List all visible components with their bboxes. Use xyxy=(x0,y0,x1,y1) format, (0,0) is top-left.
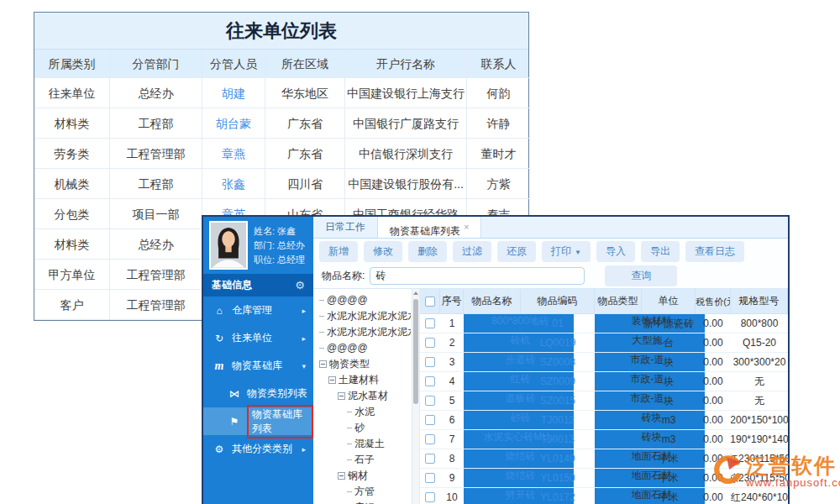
checkbox-icon[interactable] xyxy=(425,376,435,386)
item-code-link[interactable]: YL0172 xyxy=(521,488,595,504)
item-code-link[interactable]: TJ0012 xyxy=(521,411,595,430)
tree-item-label: 砂 xyxy=(354,420,365,436)
serial-cell: 1 xyxy=(440,314,464,333)
row-checkbox[interactable] xyxy=(420,372,440,391)
price-cell: 0.00 xyxy=(696,372,731,391)
collapse-icon[interactable] xyxy=(338,392,345,400)
tree-item-泥水基材[interactable]: 泥水基材 xyxy=(319,388,411,404)
tree-item-方管[interactable]: 方管 xyxy=(319,484,411,500)
tree-item-物资类型[interactable]: 物资类型 xyxy=(319,356,411,372)
tree-scrollbar[interactable] xyxy=(412,289,419,504)
tree-item-label: 水泥水泥水泥水泥水泥水泥水泥 xyxy=(327,324,411,340)
scrollbar-thumb[interactable] xyxy=(413,299,418,404)
tree-item-水泥水泥水泥水泥水泥水泥水泥[interactable]: 水泥水泥水泥水泥水泥水泥水泥 xyxy=(319,308,411,324)
checkbox-icon[interactable] xyxy=(425,454,435,464)
row-checkbox[interactable] xyxy=(420,333,440,353)
scroll-up-icon[interactable] xyxy=(413,291,418,295)
tree-item-钢材[interactable]: 钢材 xyxy=(319,468,411,484)
sidebar-item-其他分类类别[interactable]: ⚙其他分类类别▸ xyxy=(203,435,313,463)
tree-item-土建材料[interactable]: 土建材料 xyxy=(319,372,411,388)
查看日志-button[interactable]: 查看日志 xyxy=(685,241,744,262)
tree-item-扁钢[interactable]: 扁钢 xyxy=(319,500,411,504)
sidebar-section-basic-info[interactable]: 基础信息 ⚙ xyxy=(203,274,313,297)
row-checkbox[interactable] xyxy=(420,353,440,372)
chevron-down-icon: ▾ xyxy=(302,362,306,370)
tree-item-@@@@[interactable]: @@@@ xyxy=(319,340,411,356)
row-checkbox[interactable] xyxy=(420,449,440,469)
close-icon[interactable]: × xyxy=(464,222,469,232)
tree-item-水泥水泥水泥水泥水泥水泥水泥[interactable]: 水泥水泥水泥水泥水泥水泥水泥 xyxy=(319,324,411,340)
checkbox-icon[interactable] xyxy=(425,415,435,425)
spec-cell: 200*150*100 xyxy=(731,411,788,430)
header-checkbox[interactable] xyxy=(420,289,440,314)
person-link[interactable]: 胡台蒙 xyxy=(202,108,265,139)
serial-cell: 5 xyxy=(440,391,464,411)
还原-button[interactable]: 还原 xyxy=(497,241,536,262)
item-code-link[interactable]: YL0149 xyxy=(521,449,595,469)
user-title: 职位: 总经理 xyxy=(254,253,305,267)
tree-item-混凝土[interactable]: 混凝土 xyxy=(319,436,411,452)
sidebar-item-物资类别列表[interactable]: ⋈物资类别列表 xyxy=(203,380,313,407)
sidebar-item-物资基础库列表[interactable]: ⚑物资基础库列表 xyxy=(203,407,313,435)
row-checkbox[interactable] xyxy=(420,314,440,333)
checkbox-icon[interactable] xyxy=(425,396,435,406)
gear-icon[interactable]: ⚙ xyxy=(295,279,305,291)
过滤-button[interactable]: 过滤 xyxy=(453,241,491,262)
column-header: 单位 xyxy=(642,289,696,314)
table-cell: 机械类 xyxy=(34,169,110,199)
row-checkbox[interactable] xyxy=(420,391,440,411)
item-code-link[interactable]: SZ0009 xyxy=(521,372,595,391)
person-link[interactable]: 胡建 xyxy=(202,78,265,108)
item-code-link[interactable]: 01 xyxy=(521,314,595,333)
flag-icon: ⚑ xyxy=(228,416,240,428)
checkbox-icon[interactable] xyxy=(425,318,435,328)
打印-button[interactable]: 打印▼ xyxy=(542,241,591,262)
row-checkbox[interactable] xyxy=(420,430,440,449)
item-code-link[interactable]: YL0150 xyxy=(521,469,595,488)
collapse-icon[interactable] xyxy=(319,360,327,368)
tree-item-水泥[interactable]: 水泥 xyxy=(319,404,411,420)
checkbox-icon[interactable] xyxy=(425,357,435,367)
table-cell: 工程部 xyxy=(110,169,202,199)
checkbox-icon[interactable] xyxy=(425,338,435,348)
table-row: 材料类工程部胡台蒙广东省中国银行广厦路支行许静 xyxy=(34,108,528,139)
collapse-icon[interactable] xyxy=(338,472,345,480)
导出-button[interactable]: 导出 xyxy=(641,241,680,262)
item-code-link[interactable]: SZ0015 xyxy=(521,391,595,411)
column-header: 开户行名称 xyxy=(345,50,467,78)
tab-material-library-list[interactable]: 物资基础库列表× xyxy=(377,217,481,238)
sidebar-item-物资基础库[interactable]: m物资基础库▾ xyxy=(203,352,313,380)
unit-cell: 块 xyxy=(642,391,696,411)
tree-item-砂[interactable]: 砂 xyxy=(319,420,411,436)
table-cell: 中信银行深圳支行 xyxy=(345,139,467,169)
tab-daily-work[interactable]: 日常工作 xyxy=(313,217,377,238)
person-link[interactable]: 章燕 xyxy=(202,139,265,169)
tree-item-label: 扁钢 xyxy=(354,500,375,504)
checkbox-icon[interactable] xyxy=(425,473,435,483)
collapse-icon[interactable] xyxy=(328,376,336,384)
row-checkbox[interactable] xyxy=(420,411,440,430)
item-code-link[interactable]: TJ0013 xyxy=(521,430,595,449)
导入-button[interactable]: 导入 xyxy=(596,241,635,262)
fanpu-logo-icon xyxy=(711,454,743,486)
checkbox-icon[interactable] xyxy=(425,297,435,307)
row-checkbox[interactable] xyxy=(420,469,440,488)
tree-item-石子[interactable]: 石子 xyxy=(319,452,411,468)
修改-button[interactable]: 修改 xyxy=(364,241,402,262)
checkbox-icon[interactable] xyxy=(425,492,435,502)
sidebar-item-仓库管理[interactable]: ⌂仓库管理▸ xyxy=(203,297,313,324)
row-checkbox[interactable] xyxy=(420,488,440,504)
checkbox-icon[interactable] xyxy=(425,434,435,444)
tree-item-label: 混凝土 xyxy=(354,436,385,452)
sidebar-item-往来单位[interactable]: ↻往来单位▸ xyxy=(203,324,313,352)
query-button[interactable]: 查询 xyxy=(605,265,677,286)
person-link[interactable]: 张鑫 xyxy=(202,169,265,199)
item-code-link[interactable]: LQ0019 xyxy=(521,333,595,353)
item-code-link[interactable]: SZ0008 xyxy=(521,353,595,372)
serial-cell: 9 xyxy=(440,469,464,488)
新增-button[interactable]: 新增 xyxy=(319,241,358,262)
item-name-input[interactable] xyxy=(370,267,585,285)
删除-button[interactable]: 删除 xyxy=(408,241,447,262)
sidebar-section-label: 基础信息 xyxy=(212,278,252,292)
tree-item-@@@@[interactable]: @@@@ xyxy=(319,292,411,308)
